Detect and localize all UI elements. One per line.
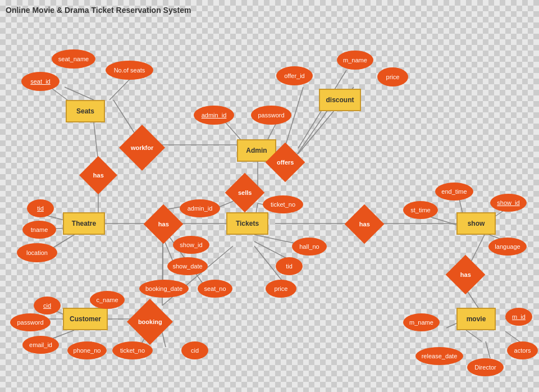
attr-m-name1: m_name xyxy=(337,51,373,70)
relation-has2: has xyxy=(144,204,184,244)
entity-customer: Customer xyxy=(63,308,108,330)
attr-st-time: st_time xyxy=(403,201,438,219)
attr-admin-id1: admin_id xyxy=(194,106,234,125)
diagram-title: Online Movie & Drama Ticket Reservation … xyxy=(6,6,191,15)
attr-tid2: tid xyxy=(276,257,303,275)
entity-show: show xyxy=(456,212,496,235)
attr-admin-id2: admin_id xyxy=(180,199,220,217)
attr-location: location xyxy=(17,243,57,262)
attr-ticket-no1: ticket_no xyxy=(263,195,303,213)
svg-line-0 xyxy=(65,87,94,100)
attr-seat-name: seat_name xyxy=(52,49,95,69)
entity-discount: discount xyxy=(319,89,361,111)
attr-director: Director xyxy=(467,358,504,376)
attr-seat-id: seat_id xyxy=(21,72,60,91)
attr-show-id2: show_id xyxy=(490,194,527,212)
attr-m-id: m_id xyxy=(505,308,532,326)
diagram-canvas: Online Movie & Drama Ticket Reservation … xyxy=(0,0,539,392)
attr-m-name2: m_name xyxy=(403,313,440,331)
relation-has4: has xyxy=(446,255,486,295)
attr-no-of-seats: No.of seats xyxy=(106,61,153,80)
attr-password1: password xyxy=(251,106,291,125)
attr-cid2: cid xyxy=(181,341,208,359)
attr-show-id1: show_id xyxy=(173,236,209,254)
relation-booking: booking xyxy=(127,299,173,345)
attr-email-id: email_id xyxy=(22,336,59,354)
attr-offer-id: offer_id xyxy=(276,66,313,85)
relation-has1: has xyxy=(79,156,117,194)
attr-hall-no: hall_no xyxy=(292,238,327,256)
relation-workfor: workfor xyxy=(119,125,165,171)
attr-show-date: show_date xyxy=(167,257,208,275)
entity-seats: Seats xyxy=(66,100,105,122)
entity-theatre: Theatre xyxy=(63,212,105,235)
attr-price1: price xyxy=(377,67,408,86)
attr-ticket-no2: ticket_no xyxy=(112,341,153,359)
attr-release-date: release_date xyxy=(415,347,463,365)
svg-line-41 xyxy=(486,341,490,358)
attr-password2: password xyxy=(10,313,51,331)
attr-c-name: c_name xyxy=(90,291,125,309)
attr-end-time: end_time xyxy=(435,183,473,200)
attr-seat-no: seat_no xyxy=(198,280,232,298)
attr-phone-no: phone_no xyxy=(67,341,107,359)
attr-language: language xyxy=(488,238,527,256)
svg-line-40 xyxy=(466,330,482,341)
attr-tname: tname xyxy=(22,221,56,239)
svg-line-1 xyxy=(50,87,67,100)
entity-movie: movie xyxy=(456,308,496,330)
entity-tickets: Tickets xyxy=(226,212,268,235)
attr-cid1: cid xyxy=(34,297,61,314)
attr-price2: price xyxy=(266,280,296,298)
svg-line-45 xyxy=(162,332,166,347)
relation-sells: sells xyxy=(225,173,265,213)
attr-booking-date: booking_date xyxy=(139,280,189,298)
attr-tid1: tid xyxy=(27,199,54,217)
attr-actors: actors xyxy=(507,341,538,359)
relation-has3: has xyxy=(345,204,385,244)
